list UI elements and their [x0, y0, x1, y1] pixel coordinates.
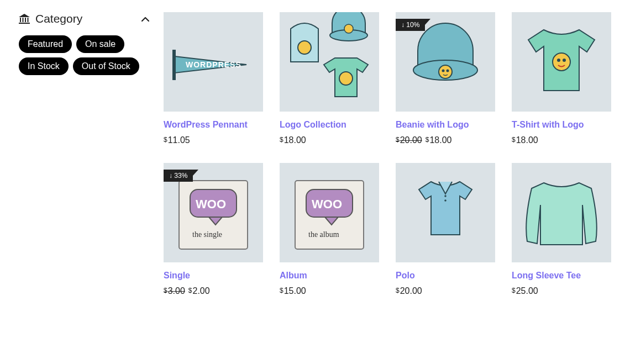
product-price: $25.00 [512, 286, 611, 296]
product-thumbnail[interactable] [280, 12, 379, 112]
filter-chip-on-sale[interactable]: On sale [76, 35, 124, 53]
category-icon [19, 14, 30, 24]
product-card: T-Shirt with Logo$18.00 [512, 12, 611, 145]
product-price: $15.00 [280, 286, 379, 296]
product-card: Logo Collection$18.00 [280, 12, 379, 145]
product-title[interactable]: Polo [396, 270, 495, 281]
discount-badge: ↓ 10% [396, 19, 425, 31]
product-price: $18.00 [280, 135, 379, 145]
product-title[interactable]: Beanie with Logo [396, 119, 495, 130]
page-layout: Category Featured On sale In Stock Out o… [19, 12, 614, 296]
sidebar: Category Featured On sale In Stock Out o… [19, 12, 149, 296]
svg-rect-0 [20, 18, 21, 22]
product-grid: WordPress Pennant$11.05Logo Collection$1… [164, 12, 611, 296]
product-thumbnail[interactable]: ↓ 33% [164, 163, 263, 262]
svg-rect-3 [28, 18, 29, 22]
product-price: $3.00$2.00 [164, 286, 263, 296]
product-thumbnail[interactable] [512, 163, 611, 262]
product-thumbnail[interactable] [280, 163, 379, 262]
product-title[interactable]: Single [164, 270, 263, 281]
discount-badge: ↓ 33% [164, 170, 193, 182]
svg-rect-2 [25, 18, 26, 22]
product-card: WordPress Pennant$11.05 [164, 12, 263, 145]
product-title[interactable]: Album [280, 270, 379, 281]
product-card: Long Sleeve Tee$25.00 [512, 163, 611, 296]
product-thumbnail[interactable]: ↓ 10% [396, 12, 495, 112]
product-thumbnail[interactable] [164, 12, 263, 112]
product-card: Album$15.00 [280, 163, 379, 296]
category-title-wrap: Category [19, 12, 82, 25]
product-title[interactable]: Logo Collection [280, 119, 379, 130]
product-card: ↓ 33%Single$3.00$2.00 [164, 163, 263, 296]
filter-chip-in-stock[interactable]: In Stock [19, 57, 69, 75]
filter-chip-featured[interactable]: Featured [19, 35, 72, 53]
filter-chips: Featured On sale In Stock Out of Stock [19, 35, 149, 75]
product-price: $20.00 [396, 286, 495, 296]
category-title: Category [35, 12, 82, 25]
svg-rect-1 [23, 18, 24, 22]
product-thumbnail[interactable] [396, 163, 495, 262]
svg-rect-4 [19, 23, 30, 24]
product-card: ↓ 10%Beanie with Logo$20.00$18.00 [396, 12, 495, 145]
product-price: $20.00$18.00 [396, 135, 495, 145]
category-toggle[interactable]: Category [19, 12, 149, 25]
product-price: $11.05 [164, 135, 263, 145]
product-thumbnail[interactable] [512, 12, 611, 112]
filter-chip-out-of-stock[interactable]: Out of Stock [73, 57, 139, 75]
product-title[interactable]: WordPress Pennant [164, 119, 263, 130]
product-title[interactable]: Long Sleeve Tee [512, 270, 611, 281]
product-price: $18.00 [512, 135, 611, 145]
product-title[interactable]: T-Shirt with Logo [512, 119, 611, 130]
chevron-up-icon [141, 17, 149, 22]
product-card: Polo$20.00 [396, 163, 495, 296]
